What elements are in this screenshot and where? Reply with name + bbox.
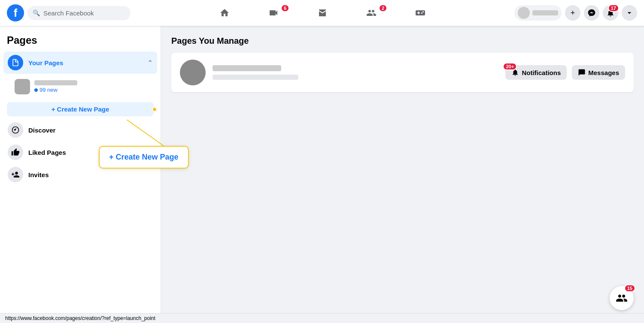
page-notifications-button[interactable]: 20+ Notifications <box>505 65 567 80</box>
chevron-up-icon: ⌃ <box>147 59 153 67</box>
sidebar-item-liked-pages-label: Liked Pages <box>28 149 153 156</box>
sidebar-item-your-pages-label: Your Pages <box>28 59 142 66</box>
your-pages-sub: 99 new <box>3 74 157 100</box>
notifications-button[interactable]: 17 <box>603 5 618 21</box>
sidebar-item-liked-pages[interactable]: Liked Pages <box>3 141 157 163</box>
page-sub-info: 99 new <box>34 80 77 93</box>
sidebar-item-discover-label: Discover <box>28 127 153 134</box>
pages-you-manage-title: Pages You Manage <box>171 36 634 46</box>
sidebar: Pages Your Pages ⌃ 99 new <box>0 26 161 323</box>
sidebar-section-your-pages: Your Pages ⌃ 99 new <box>3 51 157 100</box>
topnav: f 🔍 Search Facebook 6 2 <box>0 0 644 26</box>
user-avatar <box>518 7 530 19</box>
messenger-button[interactable] <box>584 5 599 21</box>
floating-chat-badge: 15 <box>624 284 635 292</box>
notifications-badge: 17 <box>608 4 619 12</box>
page-card-info <box>213 65 498 80</box>
video-badge: 6 <box>281 4 289 12</box>
status-dot-icon <box>34 88 38 92</box>
nav-groups-button[interactable]: 2 <box>348 3 395 23</box>
nav-video-button[interactable]: 6 <box>250 3 297 23</box>
sidebar-item-your-pages[interactable]: Your Pages ⌃ <box>3 51 157 74</box>
page-sub-status: 99 new <box>34 87 77 93</box>
add-button[interactable]: + <box>565 5 580 21</box>
page-card: 20+ Notifications Messages <box>171 53 634 92</box>
sidebar-item-invites[interactable]: Invites <box>3 163 157 186</box>
nav-home-button[interactable] <box>201 3 248 23</box>
page-sub-avatar <box>15 79 30 94</box>
page-sub-name-blurred <box>34 80 77 85</box>
yellow-dot-indicator <box>152 107 157 112</box>
page-sub-item[interactable]: 99 new <box>10 75 157 98</box>
page-card-sub-blurred <box>213 75 298 80</box>
search-input-placeholder: Search Facebook <box>43 9 94 17</box>
sidebar-item-discover[interactable]: Discover <box>3 119 157 141</box>
nav-gaming-button[interactable] <box>397 3 444 23</box>
search-bar[interactable]: 🔍 Search Facebook <box>27 6 131 20</box>
page-card-actions: 20+ Notifications Messages <box>505 65 625 80</box>
page-messages-label: Messages <box>588 69 619 76</box>
sidebar-item-invites-label: Invites <box>28 171 153 178</box>
main-layout: Pages Your Pages ⌃ 99 new <box>0 26 644 323</box>
sidebar-title: Pages <box>3 31 157 51</box>
nav-marketplace-button[interactable] <box>299 3 346 23</box>
nav-right: + 17 <box>514 5 637 21</box>
main-content: Pages You Manage 20+ Notifications Messa… <box>161 26 644 323</box>
user-avatar-pill[interactable] <box>514 5 562 21</box>
page-card-avatar <box>180 60 206 85</box>
discover-icon <box>8 122 23 138</box>
invites-icon <box>8 167 23 182</box>
page-notifications-label: Notifications <box>522 69 561 76</box>
status-bar: https://www.facebook.com/pages/creation/… <box>0 313 644 323</box>
facebook-logo[interactable]: f <box>7 4 24 21</box>
groups-badge: 2 <box>379 4 387 12</box>
user-name <box>532 10 558 15</box>
nav-center: 6 2 <box>134 3 511 23</box>
menu-button[interactable] <box>622 5 637 21</box>
page-messages-button[interactable]: Messages <box>572 65 625 80</box>
page-card-name-blurred <box>213 65 281 71</box>
page-notif-badge: 20+ <box>503 63 517 70</box>
search-icon: 🔍 <box>33 9 40 16</box>
liked-pages-icon <box>8 145 23 160</box>
create-new-page-button[interactable]: + Create New Page <box>7 102 154 116</box>
pages-icon <box>8 55 23 70</box>
status-url: https://www.facebook.com/pages/creation/… <box>5 315 155 321</box>
floating-chat-button[interactable]: 15 <box>610 286 634 310</box>
